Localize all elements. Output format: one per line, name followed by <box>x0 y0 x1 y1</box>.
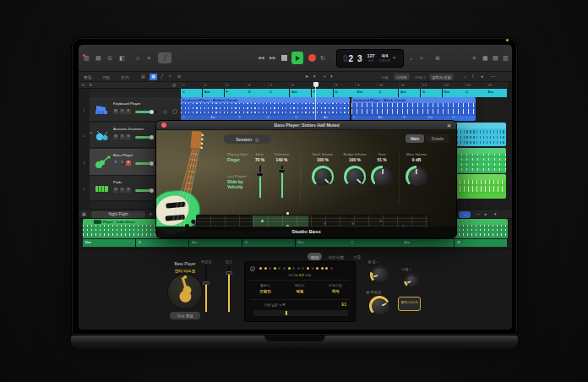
beat-dot[interactable] <box>307 267 309 270</box>
edit-menu[interactable]: 편집 <box>84 74 92 79</box>
bass-menu[interactable]: 베이스 많음 <box>285 283 315 293</box>
beat-dot[interactable] <box>283 267 286 270</box>
beat-dot[interactable] <box>269 267 271 270</box>
forward-button[interactable]: ▶▶ <box>270 56 276 60</box>
fill-amount-knob[interactable] <box>370 265 389 284</box>
play-button[interactable] <box>291 52 303 64</box>
inspector-icon[interactable]: ⊙ <box>107 55 112 61</box>
stop-button[interactable] <box>281 55 287 61</box>
chord-cell[interactable]: Dm <box>355 89 376 97</box>
chord-cell[interactable]: C <box>181 89 202 97</box>
melody-menu[interactable]: 멜로디 근음만 <box>250 283 280 293</box>
bass-value[interactable]: 많음 <box>285 289 315 293</box>
functions-menu[interactable]: 기능 <box>102 74 111 79</box>
patch-name-menu[interactable]: Night Flight <box>91 211 145 219</box>
style-name[interactable]: 인디 디스코 <box>160 268 210 273</box>
chord-cell[interactable]: Am <box>399 89 420 97</box>
chord-cell[interactable]: C <box>268 89 289 97</box>
master-volume-icon[interactable]: ⊚ <box>435 55 440 61</box>
pointer-tool-menu[interactable]: ► <box>305 74 309 79</box>
secondary-tool-chevron[interactable]: ▾ <box>330 74 333 79</box>
region-keyboard-broken-chords[interactable]: Keyboard Player - Broken Chords CAmFGCAm <box>181 97 350 121</box>
mute-button[interactable]: M <box>113 188 118 193</box>
chord-cell[interactable]: Dm <box>443 89 464 97</box>
solo-button[interactable]: S <box>120 134 125 139</box>
secondary-tool-menu[interactable]: + <box>324 74 326 79</box>
beat-dot[interactable] <box>330 267 333 270</box>
track-options-icon[interactable]: ◎ <box>172 83 176 87</box>
list-editors-icon[interactable]: ≡ <box>147 55 150 61</box>
volume-slider[interactable] <box>135 136 157 139</box>
melody-value[interactable]: 근음만 <box>250 289 280 293</box>
editor-chord-cell[interactable]: Am <box>189 239 242 247</box>
beat-dot[interactable] <box>316 267 318 270</box>
tone-knob[interactable] <box>371 166 393 188</box>
pan-knob[interactable] <box>162 109 168 115</box>
chord-cell[interactable]: G <box>246 89 267 97</box>
text-tool-icon[interactable]: I <box>472 74 473 79</box>
beat-dot[interactable] <box>278 267 280 270</box>
plugin-titlebar[interactable]: Bass Player: Sixties Half Muted ▣ <box>156 121 456 130</box>
record-enable-button[interactable]: R <box>126 109 131 114</box>
record-button[interactable] <box>308 54 316 62</box>
rewind-button[interactable]: ◀◀ <box>258 56 264 60</box>
record-enable-button[interactable]: R <box>126 161 131 166</box>
solo-button[interactable]: S <box>120 109 125 114</box>
regenerate-button[interactable]: 다시 생성 <box>170 312 200 319</box>
playhead-handle[interactable] <box>313 82 318 87</box>
tuner-icon[interactable]: ≈ <box>420 55 423 61</box>
volume-slider[interactable] <box>135 111 157 113</box>
beat-dot[interactable] <box>259 267 262 270</box>
fill-complexity-knob[interactable] <box>369 296 389 316</box>
toolbar-icon[interactable]: ⌂ <box>136 55 139 61</box>
complexity-slider[interactable] <box>205 266 207 312</box>
editor-chevron-icon[interactable]: ▾ <box>494 212 497 216</box>
view-details-button[interactable]: Details <box>426 134 449 143</box>
editor-chord-strip[interactable]: DmCAmGDmCAmG <box>83 239 508 247</box>
disclosure-icon[interactable]: ▸ <box>90 131 92 134</box>
beat-dot[interactable] <box>321 267 324 270</box>
beat-dot[interactable] <box>297 267 300 270</box>
tab-main[interactable]: 메인 <box>308 253 322 260</box>
record-enable-button[interactable]: R <box>126 188 131 193</box>
mute-slider[interactable] <box>259 166 261 198</box>
grid-view-icon[interactable]: ▦ <box>150 74 157 80</box>
mixer-icon[interactable]: ▦ <box>482 55 488 61</box>
bridge-volume-knob[interactable] <box>344 166 366 188</box>
patch-chevron-icon[interactable]: ▾ <box>150 212 152 216</box>
pencil-tool-button[interactable]: ╱ <box>158 52 172 63</box>
input-monitor-button[interactable] <box>172 109 177 114</box>
pencil-icon[interactable]: ╱ <box>161 74 163 79</box>
solo-button[interactable]: S <box>120 161 125 166</box>
view-menu[interactable]: 보기 <box>121 74 129 79</box>
chord-cell[interactable]: Am <box>290 89 311 97</box>
audition-icon[interactable]: ♪ <box>377 259 378 264</box>
track-header-keyboard-player[interactable]: Keyboard Player M S R <box>90 97 181 122</box>
tab-details[interactable]: 세부사항 <box>324 253 347 260</box>
phrasing-value[interactable]: 적게 <box>319 289 351 293</box>
swing-knob[interactable] <box>404 273 419 288</box>
lowest-note-slider[interactable] <box>253 310 348 316</box>
phrasing-menu[interactable]: 프레이징 적게 <box>319 283 351 293</box>
chord-cell[interactable]: Am <box>486 89 507 97</box>
editor-chord-cell[interactable]: C <box>348 239 400 247</box>
cycle-icon[interactable]: ↻ <box>320 55 325 61</box>
beat-dot[interactable] <box>288 267 291 270</box>
bass-player-plugin-window[interactable]: Bass Player: Sixties Half Muted ▣ <box>156 121 456 237</box>
loop-browser-icon[interactable]: ▤ <box>493 55 498 61</box>
add-track-icon[interactable]: + <box>82 83 84 87</box>
beat-dot[interactable] <box>302 267 304 270</box>
chord-cell[interactable]: C <box>377 89 398 97</box>
smart-controls-icon[interactable]: ◧ <box>119 55 125 61</box>
lcd-chevron-icon[interactable]: ▾ <box>393 56 395 61</box>
beat-dot[interactable] <box>325 267 328 270</box>
mute-button[interactable]: M <box>113 161 118 166</box>
catch-playhead-button[interactable]: ↔ <box>459 211 471 219</box>
beat-dot[interactable] <box>292 267 295 270</box>
volume-slider[interactable] <box>135 162 157 165</box>
region-keyboard-block-chords[interactable]: Keyboard Player - Block Chords CAmGDmC <box>351 97 476 121</box>
player-avatar[interactable] <box>168 275 202 308</box>
main-volume-knob[interactable] <box>406 166 427 188</box>
definition-slider[interactable] <box>281 166 283 198</box>
zoom-dot-icon[interactable]: ● <box>484 212 487 216</box>
